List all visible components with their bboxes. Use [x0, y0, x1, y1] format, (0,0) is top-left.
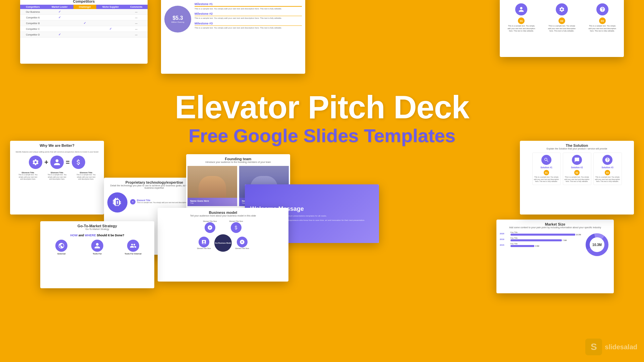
founding-role-1: Title	[190, 202, 234, 204]
col-challenger: Challenger	[73, 5, 96, 9]
slide-market-size: Market Size Add some context to your pai…	[496, 220, 614, 293]
biz-center-row: Element Title Here Our Business Model El…	[196, 234, 251, 252]
solution-item-3-text: This is a sample text. You simply add yo…	[595, 176, 620, 183]
market-title: Market Size	[500, 222, 610, 226]
watermark-brand: slidesalad	[605, 343, 637, 351]
problem-2-num: 02	[558, 17, 565, 24]
gtm-icons: External Tools For Tools For Internal	[44, 240, 151, 255]
market-bars: 2020 Key Title 10.3M 2019 Key Title	[500, 231, 581, 248]
row-ns	[96, 15, 125, 20]
money-amount: $5.3	[172, 15, 183, 21]
gtm-where: WHERE	[85, 234, 96, 237]
solution-item-3-title: Solution #3	[595, 166, 620, 169]
table-row: Competitor A ✓ —	[20, 15, 148, 20]
milestone-2-title: Milestone #2	[195, 12, 302, 15]
settings-icon	[131, 200, 135, 203]
row-name: Competitor B	[20, 20, 46, 26]
equals-operator: =	[66, 159, 70, 166]
prop-item-title: Element Title	[137, 199, 191, 201]
row-ns: ✓	[96, 26, 125, 32]
gtm-icon-2: Tools For	[86, 240, 109, 255]
market-bar-2020	[511, 234, 575, 236]
row-ch	[73, 32, 96, 38]
solution-item-1: Solution #1 01 This is a sample text. Yo…	[532, 153, 561, 185]
solution-item-2-text: This is a sample text. You simply add yo…	[565, 176, 590, 183]
table-row: Competitor B ✓ —	[20, 20, 148, 26]
row-ml	[46, 26, 74, 32]
why-label-2-text: This is a sample text. You simply add yo…	[47, 174, 67, 180]
problem-1-text: This is a sample text. You simply add yo…	[506, 25, 536, 33]
row-ns	[96, 9, 125, 15]
business-title: Business model	[161, 210, 285, 215]
business-diagram: Element Title Here Element Title Here	[160, 220, 286, 252]
market-year-label-2015: 2015	[500, 244, 509, 246]
biz-side-left: Element Title Here	[196, 237, 212, 249]
team-icon	[130, 242, 137, 249]
market-content: 2020 Key Title 10.3M 2019 Key Title	[500, 231, 610, 258]
solution-item-2-title: Solution #2	[565, 166, 590, 169]
solution-icon-3	[602, 155, 612, 165]
row-ns	[96, 20, 125, 26]
gtm-circle-1	[55, 240, 67, 252]
col-comments: Comments	[125, 5, 148, 9]
main-heading: Elevator Pitch Deck	[175, 90, 469, 124]
market-bar-wrap-2020: Key Title 10.3M	[511, 231, 581, 236]
row-c: —	[125, 26, 148, 32]
element-icon-4	[239, 239, 245, 245]
tools-icon	[94, 242, 101, 249]
problem-item-3: 03 This is a sample text. You simply add…	[587, 3, 618, 33]
milestone-item-3: Milestone #3 This is a sample text. You …	[195, 22, 302, 29]
biz-label-tr: Element Title Here	[228, 220, 245, 233]
main-title-block: Elevator Pitch Deck Free Google Slides T…	[175, 90, 469, 147]
solution-num-1: 01	[544, 170, 549, 175]
chip-icon-circle	[107, 192, 127, 213]
market-val-2019: 7.6M	[562, 239, 567, 241]
problem-1-icon	[515, 3, 527, 15]
row-ml	[46, 20, 74, 26]
business-body: Element Title Here Element Title Here	[158, 218, 288, 253]
solution-num-2: 02	[574, 170, 580, 175]
money-icon-circle	[72, 156, 85, 169]
solution-item-1-title: Solution #1	[534, 166, 559, 169]
col-market-leader: Market Leader	[46, 5, 74, 9]
problem-item-1: 01 This is a sample text. You simply add…	[506, 3, 536, 33]
milestone-3-title: Milestone #3	[195, 22, 302, 25]
solution-items: Solution #1 01 This is a sample text. Yo…	[523, 153, 631, 185]
competitor-table: Competitors Market Leader Challenger Nic…	[20, 5, 148, 38]
milestone-1-text: This is a sample text. You simply add yo…	[195, 7, 302, 10]
gtm-label-1: External	[57, 253, 65, 255]
problem-3-icon	[596, 3, 608, 15]
market-bar-wrap-2015: Key Title 3.5M	[511, 243, 581, 247]
market-donut-chart: 10.3M	[584, 231, 610, 258]
biz-orbit-4	[237, 237, 248, 247]
plus-operator: +	[44, 159, 48, 166]
row-c: —	[125, 9, 148, 15]
row-ml: ✓	[46, 32, 74, 38]
gtm-label-3: Tools For Internal	[125, 253, 142, 255]
market-year-2019: 2019 Key Title 7.6M	[500, 237, 581, 241]
gear-icon	[559, 6, 565, 12]
problem-item-2: 02 This is a sample text. You simply add…	[547, 3, 577, 33]
gtm-icon-3: Tools For Internal	[121, 240, 145, 255]
milestone-item-1: Milestone #1 This is a sample text. You …	[195, 2, 302, 10]
row-name: Our Business	[20, 9, 46, 15]
problem-3-num: 03	[599, 17, 606, 24]
prop-item-1: Element Title This is a sample text. You…	[130, 199, 191, 204]
gtm-title: Go-To-Market Strategy	[44, 224, 151, 228]
gtm-body: HOW and WHERE Should It be Done? Externa…	[40, 232, 154, 257]
why-label-3: Element Title This is a sample text. You…	[76, 172, 96, 180]
founding-subtitle: Introduce your audience to the founding …	[190, 161, 287, 163]
gtm-how: HOW	[70, 234, 77, 237]
question-circle-icon	[605, 157, 610, 163]
market-year-2020: 2020 Key Title 10.3M	[500, 231, 581, 236]
milestones-list: Milestone #1 This is a sample text. You …	[195, 2, 302, 32]
person-icon-circle	[50, 156, 64, 169]
market-year-2015: 2015 Key Title 3.5M	[500, 243, 581, 247]
market-year-label-2020: 2020	[500, 233, 509, 235]
why-label-3-text: This is a sample text. You simply add yo…	[76, 174, 96, 180]
biz-row-top: Element Title Here Element Title Here	[202, 220, 245, 233]
market-year-label-2019: 2019	[500, 238, 509, 240]
milestone-2-line	[195, 16, 302, 16]
row-c: —	[125, 32, 148, 38]
slide-solution: The Solution Explain the Solution that y…	[520, 141, 634, 215]
